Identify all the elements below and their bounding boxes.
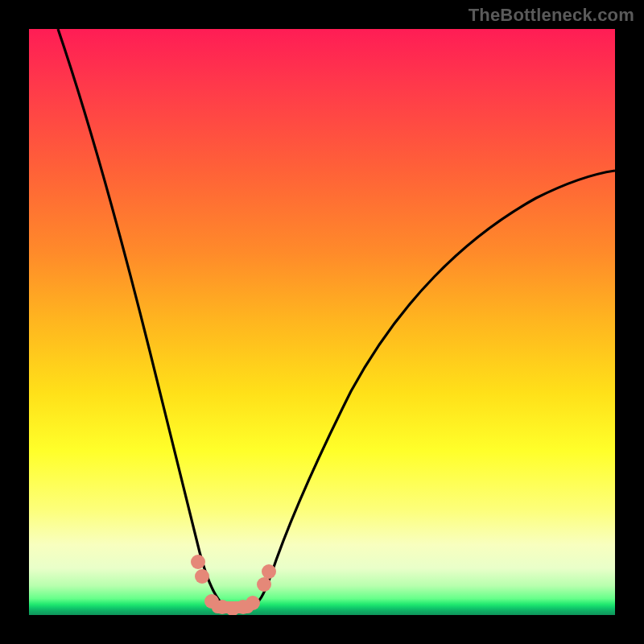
svg-point-0 [191, 555, 205, 569]
svg-point-8 [262, 564, 276, 579]
bottleneck-curve [58, 29, 615, 609]
curve-layer [29, 29, 615, 615]
svg-rect-9 [212, 601, 254, 613]
svg-point-1 [195, 569, 209, 584]
chart-frame: TheBottleneck.com [0, 0, 644, 644]
valley-markers [191, 555, 276, 615]
svg-point-7 [257, 577, 271, 592]
watermark-text: TheBottleneck.com [469, 5, 634, 26]
plot-area [29, 29, 615, 615]
